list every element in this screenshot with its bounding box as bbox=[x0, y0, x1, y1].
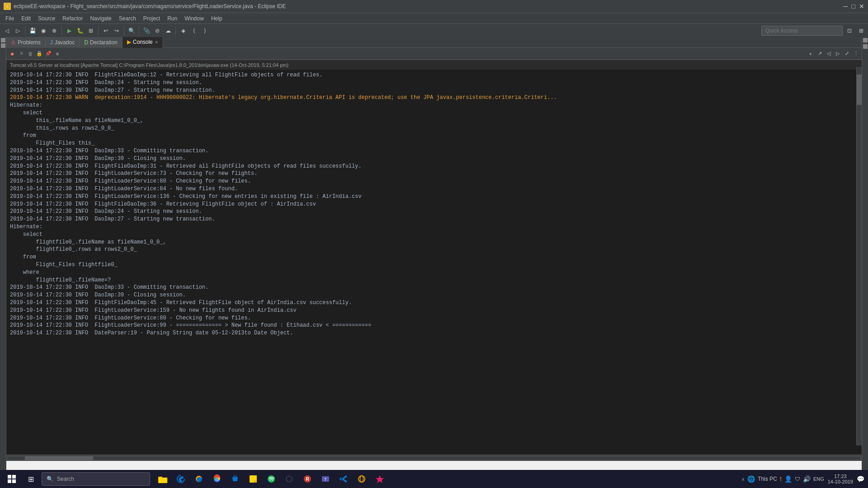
console-menu-btn[interactable]: ⋮ bbox=[852, 50, 860, 58]
console-stop-btn[interactable]: ■ bbox=[8, 50, 16, 58]
menu-window[interactable]: Window bbox=[181, 14, 208, 23]
right-panel-btn-2[interactable] bbox=[863, 44, 868, 49]
toolbar-sep-1 bbox=[25, 26, 25, 35]
menu-refactor[interactable]: Refactor bbox=[59, 14, 86, 23]
menu-run[interactable]: Run bbox=[164, 14, 181, 23]
toolbar-btn13[interactable]: ⟨ bbox=[189, 26, 199, 36]
vertical-scrollbar[interactable] bbox=[856, 67, 862, 446]
svg-marker-22 bbox=[376, 475, 384, 483]
problems-label: Problems bbox=[18, 39, 41, 46]
right-panel-btn-1[interactable] bbox=[863, 38, 868, 42]
window-title: eclipseEE-workspace - Flight_searcher/sr… bbox=[14, 3, 286, 9]
console-scroll-lock-btn[interactable]: 🔒 bbox=[35, 50, 43, 58]
taskbar-app-pink[interactable] bbox=[372, 471, 388, 487]
toolbar-persp-btn[interactable]: ⊡ bbox=[844, 26, 854, 36]
taskbar-sticky[interactable] bbox=[245, 471, 261, 487]
quick-access-input[interactable] bbox=[761, 26, 843, 36]
console-label: Console bbox=[133, 39, 153, 45]
toolbar-btn3[interactable]: ⊕ bbox=[49, 26, 59, 36]
console-icon: ▶ bbox=[127, 39, 131, 45]
svg-rect-3 bbox=[12, 475, 16, 479]
task-view-button[interactable]: ⊞ bbox=[23, 471, 39, 487]
console-fwd-btn[interactable]: ▷ bbox=[834, 50, 842, 58]
taskbar-teams[interactable]: T bbox=[317, 471, 334, 487]
toolbar-btn10[interactable]: ⊘ bbox=[152, 26, 162, 36]
horizontal-scrollbar[interactable] bbox=[6, 455, 862, 461]
menu-source[interactable]: Source bbox=[34, 14, 59, 23]
maximize-button[interactable]: □ bbox=[852, 3, 855, 10]
taskbar-chrome[interactable] bbox=[209, 471, 225, 487]
toolbar-btn12[interactable]: ◈ bbox=[178, 26, 188, 36]
notification-button[interactable]: 💬 bbox=[857, 475, 864, 483]
toolbar-back-btn[interactable]: ◁ bbox=[2, 26, 12, 36]
tab-console[interactable]: ▶ Console ✕ bbox=[123, 37, 163, 48]
toolbar-sep-2 bbox=[61, 26, 62, 35]
toolbar-btn6[interactable]: ↩ bbox=[101, 26, 111, 36]
console-new-btn[interactable]: + bbox=[807, 50, 815, 58]
toolbar-btn7[interactable]: ↪ bbox=[112, 26, 122, 36]
taskbar-file-explorer[interactable] bbox=[155, 471, 171, 487]
toolbar-persp-btn2[interactable]: ⊞ bbox=[856, 26, 866, 36]
close-button[interactable]: ✕ bbox=[859, 3, 864, 10]
menu-project[interactable]: Project bbox=[140, 14, 164, 23]
h-scroll-track[interactable] bbox=[7, 456, 861, 460]
server-status-bar: Tomcat v8.5 Server at localhost [Apache … bbox=[6, 60, 862, 70]
menu-help[interactable]: Help bbox=[208, 14, 226, 23]
problems-icon: ⚠ bbox=[11, 39, 16, 46]
console-remove-btn[interactable]: ✕ bbox=[17, 50, 25, 58]
toolbar-btn9[interactable]: 📎 bbox=[142, 26, 151, 36]
taskbar-app-dark[interactable]: ⬡ bbox=[281, 471, 297, 487]
svg-rect-2 bbox=[8, 475, 11, 479]
console-word-wrap-btn[interactable]: ≡ bbox=[53, 50, 61, 58]
console-open-btn[interactable]: ↗ bbox=[816, 50, 824, 58]
toolbar-btn5[interactable]: ⊞ bbox=[86, 26, 96, 36]
taskbar-vscode[interactable] bbox=[335, 471, 352, 487]
taskbar-search-icon: 🔍 bbox=[47, 476, 53, 482]
toolbar-sep-5 bbox=[139, 26, 139, 35]
window-controls[interactable]: ─ □ ✕ bbox=[844, 3, 864, 10]
taskbar-clock[interactable]: 17:23 14-10-2019 bbox=[828, 474, 853, 484]
toolbar-btn14[interactable]: ⟩ bbox=[200, 26, 210, 36]
v-scroll-thumb[interactable] bbox=[857, 75, 862, 105]
taskbar-eclipse[interactable] bbox=[354, 471, 370, 487]
menu-file[interactable]: File bbox=[2, 14, 18, 23]
toolbar-btn11[interactable]: ☁ bbox=[163, 26, 173, 36]
tray-chevron[interactable]: ∧ bbox=[741, 477, 745, 482]
console-output[interactable]: 2019-10-14 17:22:30 INFO FlightFileDaoIm… bbox=[6, 70, 862, 455]
javadoc-icon: J bbox=[50, 39, 53, 46]
console-toolbar: ■ ✕ 🗑 🔒 📌 ≡ + ↗ ◁ ▷ ⤢ ⋮ bbox=[6, 48, 862, 60]
console-tab-close[interactable]: ✕ bbox=[155, 40, 158, 45]
tabs-bar: ⚠ Problems J Javadoc D Declaration ▶ Con… bbox=[6, 37, 862, 48]
menu-search[interactable]: Search bbox=[115, 14, 140, 23]
taskbar-search-box[interactable]: 🔍 Search bbox=[42, 472, 150, 486]
taskbar-app-red[interactable]: R bbox=[299, 471, 316, 487]
tab-declaration[interactable]: D Declaration bbox=[80, 37, 122, 48]
toolbar-fwd-btn[interactable]: ▷ bbox=[13, 26, 23, 36]
taskbar-edge[interactable] bbox=[173, 471, 189, 487]
menu-navigate[interactable]: Navigate bbox=[86, 14, 115, 23]
main-area: ⚠ Problems J Javadoc D Declaration ▶ Con… bbox=[6, 37, 862, 461]
menu-edit[interactable]: Edit bbox=[18, 14, 34, 23]
toolbar-debug-btn[interactable]: 🐛 bbox=[75, 26, 85, 36]
tab-javadoc[interactable]: J Javadoc bbox=[46, 37, 80, 48]
console-pin-btn[interactable]: 📌 bbox=[44, 50, 52, 58]
taskbar-spotify[interactable] bbox=[263, 471, 279, 487]
title-left: eclipseEE-workspace - Flight_searcher/sr… bbox=[4, 3, 286, 10]
svg-rect-5 bbox=[12, 479, 16, 483]
taskbar-store[interactable] bbox=[227, 471, 243, 487]
toolbar-search-btn[interactable]: 🔍 bbox=[127, 26, 137, 36]
taskbar-firefox[interactable] bbox=[191, 471, 207, 487]
taskbar-date: 14-10-2019 bbox=[828, 479, 853, 484]
console-back-btn[interactable]: ◁ bbox=[825, 50, 833, 58]
toolbar-btn2[interactable]: ◉ bbox=[38, 26, 48, 36]
svg-point-0 bbox=[5, 4, 10, 9]
minimize-button[interactable]: ─ bbox=[844, 3, 848, 10]
tray-user-icon: 👤 bbox=[784, 475, 792, 483]
console-clear-btn[interactable]: 🗑 bbox=[26, 50, 34, 58]
start-button[interactable] bbox=[4, 471, 20, 487]
h-scroll-thumb[interactable] bbox=[25, 456, 93, 460]
tab-problems[interactable]: ⚠ Problems bbox=[6, 37, 46, 48]
toolbar-run-btn[interactable]: ▶ bbox=[64, 26, 74, 36]
toolbar-save-btn[interactable]: 💾 bbox=[28, 26, 38, 36]
console-expand-btn[interactable]: ⤢ bbox=[843, 50, 851, 58]
